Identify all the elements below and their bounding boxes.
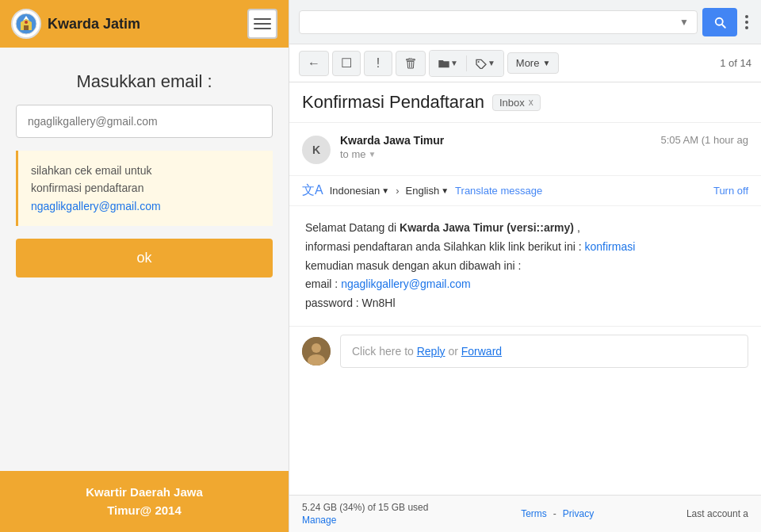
last-account-info: Last account a [686,508,748,519]
reply-box: Click here to Reply or Forward [289,326,761,376]
email-input[interactable] [16,105,273,138]
tag-button[interactable]: ▼ [467,51,503,76]
gmail-toolbar: ← ☐ ! ▼ ▼ More [289,44,761,82]
konfirmasi-link[interactable]: konfirmasi [585,240,636,253]
svg-rect-1 [24,25,29,30]
body-para-4: email : ngaglikgallery@gmail.com [305,275,745,294]
header-logo: Kwarda Jatim [11,9,140,39]
body-line1-pre: Selamat Datang di [305,221,400,234]
to-me-dropdown-icon[interactable]: ▼ [369,150,377,159]
email-sender-row: K Kwarda Jawa Timur to me ▼ 5:05 AM (1 h… [289,123,761,176]
delete-icon [404,57,417,70]
folder-tag-group: ▼ ▼ [429,50,504,77]
body-para-1: Selamat Datang di Kwarda Jawa Timur (ver… [305,219,745,238]
inbox-label: Inbox [499,97,525,109]
info-line2: konfirmasi pendaftaran [31,182,143,194]
more-button[interactable]: More ▼ [507,52,560,74]
hamburger-line-1 [254,18,271,20]
inbox-close-icon[interactable]: x [529,97,533,108]
user-avatar-icon [302,337,331,366]
email-thread: K Kwarda Jawa Timur to me ▼ 5:05 AM (1 h… [289,123,761,495]
search-dropdown-icon[interactable]: ▼ [679,17,689,28]
left-panel: Kwarda Jatim Masukkan email : silahkan c… [0,0,289,532]
translate-arrow: › [396,185,399,197]
terms-link[interactable]: Terms [521,508,547,519]
body-para-5: password : Wn8Hl [305,294,745,313]
sender-name: Kwarda Jawa Timur [340,134,651,147]
tag-icon [475,58,488,69]
search-button[interactable] [702,8,737,36]
footer-separator: - [553,508,556,519]
ok-button[interactable]: ok [16,239,273,277]
search-input[interactable] [308,16,675,29]
tag-dropdown: ▼ [488,59,495,67]
search-input-wrap: ▼ [299,10,698,34]
app-title: Kwarda Jatim [48,16,140,33]
left-footer: Kwartir Daerah Jawa Timur@ 2014 [0,471,289,532]
sender-avatar: K [302,136,331,164]
body-line2: informasi pendaftaran anda Silahkan klik… [305,240,582,253]
hamburger-line-2 [254,23,271,25]
reply-link[interactable]: Reply [417,345,446,358]
back-button[interactable]: ← [299,51,329,76]
gmail-search-bar: ▼ [289,0,761,44]
to-me-label: to me [340,148,366,160]
inbox-badge: Inbox x [492,94,541,111]
hamburger-line-3 [254,28,271,29]
storage-info: 5.24 GB (34%) of 15 GB used [302,502,428,513]
left-content: Masukkan email : silahkan cek email untu… [0,48,289,471]
to-me-row: to me ▼ [340,148,651,160]
email-count: 1 of 14 [720,57,751,69]
forward-link[interactable]: Forward [461,345,502,358]
more-dropdown-icon: ▼ [542,59,550,67]
translate-to-lang[interactable]: English ▼ [406,185,449,197]
translate-bar: 文A Indonesian ▼ › English ▼ Translate me… [289,176,761,206]
reply-placeholder-pre: Click here to [352,345,417,358]
folder-button[interactable]: ▼ [430,51,466,76]
footer-right: Terms - Privacy [521,508,594,519]
svg-point-5 [312,343,321,353]
body-line1-bold: Kwarda Jawa Timur (versi::army) [400,221,574,234]
folder-icon [438,58,450,69]
delete-button[interactable] [396,51,426,76]
email-subject-bar: Konfirmasi Pendaftaran Inbox x [289,82,761,123]
info-email-link[interactable]: ngaglikgallery@gmail.com [31,200,161,212]
reply-avatar [302,337,331,366]
footer-left: 5.24 GB (34%) of 15 GB used Manage [302,502,428,526]
hamburger-button[interactable] [247,9,277,39]
svg-point-3 [478,61,480,63]
translate-from-lang[interactable]: Indonesian ▼ [330,185,390,197]
translate-icon: 文A [302,182,323,199]
left-header: Kwarda Jatim [0,0,289,48]
reply-input-area[interactable]: Click here to Reply or Forward [340,335,748,368]
footer-line2: Timur@ 2014 [8,502,281,520]
translate-from-dropdown: ▼ [381,186,389,195]
footer-line1: Kwartir Daerah Jawa [8,484,281,502]
svg-point-2 [25,21,28,24]
archive-button[interactable]: ☐ [332,51,361,76]
email-label: Masukkan email : [16,71,273,92]
privacy-link[interactable]: Privacy [563,508,594,519]
email-subject: Konfirmasi Pendaftaran [302,92,484,113]
info-line1: silahkan cek email untuk [31,164,152,177]
translate-to-dropdown: ▼ [441,186,449,195]
body-email-pre: email : [305,277,341,290]
sender-info: Kwarda Jawa Timur to me ▼ [340,134,651,160]
body-para-2: informasi pendaftaran anda Silahkan klik… [305,238,745,257]
or-text: or [446,345,461,358]
body-email-link[interactable]: ngaglikgallery@gmail.com [341,277,471,290]
logo-icon [11,9,41,39]
email-body: Selamat Datang di Kwarda Jawa Timur (ver… [289,206,761,326]
manage-link[interactable]: Manage [302,515,428,526]
right-panel: ▼ ← ☐ ! ▼ [289,0,761,532]
body-line1-post: , [574,221,580,234]
search-icon [713,15,727,29]
more-options-icon[interactable] [742,12,751,33]
translate-message-link[interactable]: Translate message [455,185,542,197]
translate-turnoff-link[interactable]: Turn off [713,185,748,197]
body-para-3: kemudian masuk dengan akun dibawah ini : [305,257,745,276]
info-box: silahkan cek email untuk konfirmasi pend… [16,151,273,226]
email-time: 5:05 AM (1 hour ag [660,134,748,146]
folder-dropdown: ▼ [450,59,458,67]
alert-button[interactable]: ! [364,51,392,76]
